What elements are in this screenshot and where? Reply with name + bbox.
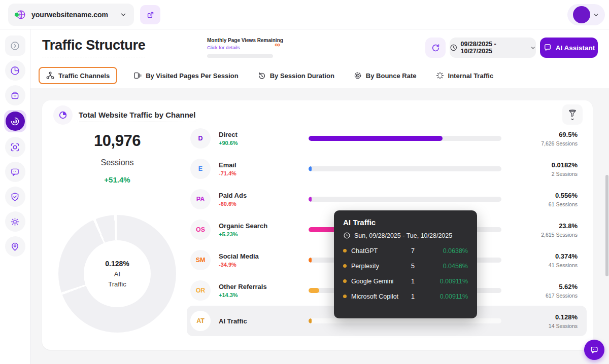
page-title: Traffic Structure bbox=[42, 38, 145, 57]
tab-label: By Bounce Rate bbox=[366, 72, 417, 80]
status-dot bbox=[14, 12, 19, 17]
traffic-donut-chart[interactable]: 0.128% AI Traffic bbox=[58, 215, 176, 333]
website-favicon-globe-icon bbox=[15, 9, 26, 20]
shopping-bag-icon bbox=[10, 90, 20, 101]
channel-row[interactable]: PA Paid Ads -60.6% 0.556% 61 Sessions bbox=[187, 184, 587, 214]
tab-by-session-duration[interactable]: By Session Duration bbox=[255, 67, 337, 84]
channel-change: -71.4% bbox=[219, 170, 236, 176]
tab-by-visited-pages-per-session[interactable]: By Visited Pages Per Session bbox=[130, 67, 242, 84]
tooltip-row: Microsoft Copilot 1 0.00911% bbox=[343, 291, 468, 302]
sidebar-item-shopping-bag[interactable] bbox=[5, 85, 25, 105]
channel-avatar: OS bbox=[190, 220, 211, 240]
channel-avatar: PA bbox=[190, 189, 211, 209]
ai-assistant-label: AI Assistant bbox=[556, 44, 595, 52]
traffic-gauge-icon bbox=[6, 112, 25, 131]
channel-name: Organic Search bbox=[219, 222, 267, 230]
refresh-icon bbox=[431, 43, 441, 53]
tooltip-source-value: 1 bbox=[411, 293, 432, 300]
tab-label: Traffic Channels bbox=[58, 72, 110, 80]
user-menu[interactable] bbox=[567, 4, 605, 25]
share-nodes-icon bbox=[46, 71, 54, 80]
sidebar-item-scan[interactable] bbox=[5, 137, 25, 157]
channel-avatar: D bbox=[190, 128, 211, 149]
date-range-picker[interactable]: 09/28/2025 - 10/27/2025 bbox=[450, 38, 536, 58]
open-website-button[interactable] bbox=[140, 5, 160, 24]
refresh-button[interactable] bbox=[425, 38, 446, 58]
tab-traffic-channels[interactable]: Traffic Channels bbox=[39, 67, 117, 84]
sidebar-item-settings-gear[interactable] bbox=[5, 211, 25, 232]
tab-by-bounce-rate[interactable]: By Bounce Rate bbox=[351, 67, 420, 84]
pie-chart-icon bbox=[10, 65, 20, 76]
channel-name: AI Traffic bbox=[219, 317, 247, 325]
channel-row[interactable]: E Email -71.4% 0.0182% 2 Sessions bbox=[187, 154, 587, 184]
channel-row[interactable]: D Direct +90.6% 69.5% 7,626 Sessions bbox=[187, 123, 587, 154]
channel-percent: 0.374% bbox=[549, 252, 578, 260]
tab-label: Internal Traffic bbox=[448, 72, 494, 80]
tooltip-row: Perplexity 5 0.0456% bbox=[343, 261, 468, 271]
sidebar-nav bbox=[0, 29, 30, 364]
location-pin-icon bbox=[10, 241, 20, 252]
quota-widget: Monthly Page Views Remaining Click for d… bbox=[207, 38, 273, 58]
channel-change: -60.6% bbox=[219, 201, 247, 207]
tab-internal-traffic[interactable]: Internal Traffic bbox=[433, 67, 497, 84]
channel-bar-fill bbox=[309, 166, 312, 171]
tooltip-row: Google Gemini 1 0.00911% bbox=[343, 276, 468, 286]
external-link-icon bbox=[146, 11, 155, 19]
sidebar-item-traffic-gauge[interactable] bbox=[4, 110, 26, 132]
channel-avatar: SM bbox=[190, 250, 211, 270]
infinity-value: ∞ bbox=[275, 41, 280, 48]
channel-change: +90.6% bbox=[219, 140, 238, 146]
tab-label: By Session Duration bbox=[270, 72, 334, 80]
quota-details-link[interactable]: Click for details bbox=[207, 45, 273, 50]
channel-sessions: 41 Sessions bbox=[549, 262, 578, 268]
tooltip-title: AI Traffic bbox=[343, 218, 468, 227]
bullet-dot bbox=[343, 249, 347, 252]
filter-button[interactable] bbox=[562, 104, 583, 125]
channel-percent: 5.62% bbox=[546, 283, 578, 290]
topbar: yourwebsitename.com bbox=[0, 0, 609, 29]
chevron-down-icon bbox=[593, 12, 599, 18]
chat-bubble-icon bbox=[10, 167, 20, 177]
channel-bar-fill bbox=[309, 136, 443, 141]
channel-bar-track bbox=[309, 136, 501, 141]
shield-check-icon bbox=[10, 192, 20, 202]
channel-bar-track bbox=[309, 197, 501, 202]
content-area: Total Website Traffic by Channel 10,976 … bbox=[30, 88, 609, 364]
channel-name: Social Media bbox=[219, 252, 259, 260]
website-name: yourwebsitename.com bbox=[31, 11, 115, 19]
sidebar-item-location-pin[interactable] bbox=[5, 236, 25, 257]
sidebar-item-pie-chart[interactable] bbox=[5, 60, 25, 81]
tooltip-source-pct: 0.00911% bbox=[432, 278, 468, 285]
tooltip-source-pct: 0.00911% bbox=[432, 293, 468, 300]
tooltip-source-name: Microsoft Copilot bbox=[351, 293, 411, 300]
channel-bar-track bbox=[309, 166, 501, 171]
donut-chart-icon bbox=[53, 105, 73, 125]
channel-sessions: 61 Sessions bbox=[549, 201, 578, 207]
donut-center-line1: AI bbox=[114, 270, 120, 278]
chat-bubble-icon bbox=[589, 345, 599, 355]
donut-center-label: 0.128% AI Traffic bbox=[84, 240, 151, 307]
quota-title: Monthly Page Views Remaining bbox=[207, 38, 273, 43]
quota-progress-bar bbox=[207, 54, 273, 58]
bullet-dot bbox=[343, 295, 347, 298]
tooltip-source-name: Google Gemini bbox=[351, 278, 411, 285]
tooltip-rows: ChatGPT 7 0.0638% Perplexity 5 0.0456% G… bbox=[343, 245, 468, 302]
sidebar-item-shield-check[interactable] bbox=[5, 187, 25, 207]
scrollbar-thumb[interactable] bbox=[605, 175, 608, 276]
channel-percent: 0.128% bbox=[549, 313, 578, 321]
channel-change: +5.23% bbox=[219, 231, 267, 237]
channel-name: Other Referrals bbox=[219, 283, 267, 290]
channel-sessions: 7,626 Sessions bbox=[541, 140, 578, 147]
bounce-target-icon bbox=[354, 71, 362, 80]
support-chat-button[interactable] bbox=[584, 340, 604, 360]
sidebar-item-collapse-panel[interactable] bbox=[5, 35, 25, 56]
sidebar-item-chat-bubble[interactable] bbox=[5, 162, 25, 182]
clock-icon bbox=[450, 44, 457, 52]
tooltip-source-name: Perplexity bbox=[351, 263, 411, 270]
ai-assistant-button[interactable]: AI Assistant bbox=[540, 38, 598, 58]
date-range-value: 09/28/2025 - 10/27/2025 bbox=[460, 41, 527, 55]
bullet-dot bbox=[343, 264, 347, 268]
website-selector[interactable]: yourwebsitename.com bbox=[8, 4, 134, 26]
chevron-down-icon bbox=[120, 11, 127, 18]
channel-change: -34.9% bbox=[219, 262, 259, 268]
